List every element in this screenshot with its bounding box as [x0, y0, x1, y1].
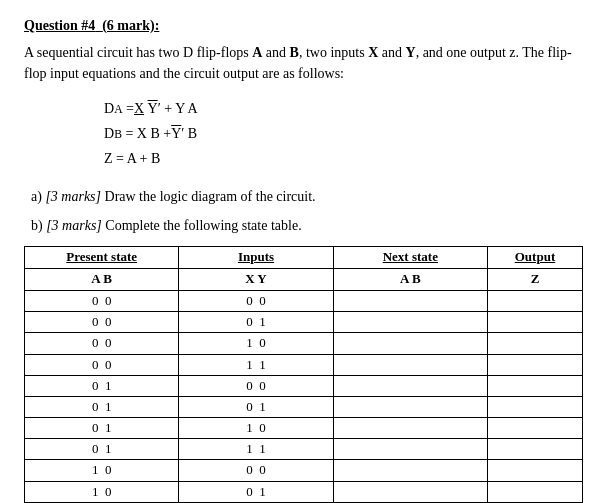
- cell-next-state: [333, 290, 487, 311]
- cell-next-state: [333, 460, 487, 481]
- table-row: 0 0 0 0: [25, 290, 583, 311]
- part-a-marks: [3 marks]: [45, 189, 101, 204]
- cell-next-state: [333, 375, 487, 396]
- part-b: b) [3 marks] Complete the following stat…: [24, 215, 583, 236]
- equation-db: DB = X B + Y′ B: [104, 121, 583, 146]
- col-subheader-ab-next: A B: [333, 268, 487, 290]
- cell-present-state: 0 0: [25, 354, 179, 375]
- cell-next-state: [333, 312, 487, 333]
- col-header-output: Output: [487, 246, 582, 268]
- state-table-wrapper: Present state Inputs Next state Output A…: [24, 246, 583, 503]
- table-row: 0 1 1 1: [25, 439, 583, 460]
- equations-block: DA = X Y′ + Y A DB = X B + Y′ B Z = A + …: [104, 96, 583, 172]
- cell-next-state: [333, 481, 487, 502]
- table-row: 0 0 1 0: [25, 333, 583, 354]
- table-row: 1 0 0 0: [25, 460, 583, 481]
- cell-output: [487, 312, 582, 333]
- cell-inputs: 0 0: [179, 375, 333, 396]
- col-header-present: Present state: [25, 246, 179, 268]
- cell-inputs: 0 1: [179, 312, 333, 333]
- cell-present-state: 0 1: [25, 418, 179, 439]
- cell-next-state: [333, 418, 487, 439]
- cell-inputs: 1 1: [179, 354, 333, 375]
- cell-output: [487, 354, 582, 375]
- description: A sequential circuit has two D flip-flop…: [24, 42, 583, 84]
- col-header-next: Next state: [333, 246, 487, 268]
- equation-z: Z = A + B: [104, 146, 583, 171]
- cell-inputs: 1 0: [179, 418, 333, 439]
- cell-present-state: 0 1: [25, 396, 179, 417]
- cell-inputs: 0 1: [179, 396, 333, 417]
- cell-present-state: 1 0: [25, 460, 179, 481]
- cell-inputs: 0 1: [179, 481, 333, 502]
- question-header: Question #4 (6 mark):: [24, 18, 583, 34]
- cell-output: [487, 333, 582, 354]
- mark-info: (6 mark):: [102, 18, 159, 33]
- col-subheader-xy: X Y: [179, 268, 333, 290]
- cell-output: [487, 418, 582, 439]
- cell-output: [487, 375, 582, 396]
- cell-present-state: 0 0: [25, 312, 179, 333]
- cell-inputs: 1 0: [179, 333, 333, 354]
- cell-present-state: 0 1: [25, 439, 179, 460]
- cell-output: [487, 439, 582, 460]
- table-row: 0 0 1 1: [25, 354, 583, 375]
- table-row: 0 1 1 0: [25, 418, 583, 439]
- cell-output: [487, 290, 582, 311]
- cell-inputs: 1 1: [179, 439, 333, 460]
- state-table: Present state Inputs Next state Output A…: [24, 246, 583, 503]
- cell-next-state: [333, 333, 487, 354]
- table-row: 0 1 0 1: [25, 396, 583, 417]
- cell-output: [487, 481, 582, 502]
- col-subheader-z: Z: [487, 268, 582, 290]
- part-a: a) [3 marks] Draw the logic diagram of t…: [24, 186, 583, 207]
- col-header-inputs: Inputs: [179, 246, 333, 268]
- cell-next-state: [333, 439, 487, 460]
- cell-next-state: [333, 354, 487, 375]
- cell-next-state: [333, 396, 487, 417]
- table-row: 1 0 0 1: [25, 481, 583, 502]
- cell-present-state: 0 1: [25, 375, 179, 396]
- question-title: Question #4: [24, 18, 95, 33]
- table-row: 0 1 0 0: [25, 375, 583, 396]
- cell-inputs: 0 0: [179, 460, 333, 481]
- cell-present-state: 0 0: [25, 333, 179, 354]
- cell-output: [487, 396, 582, 417]
- table-row: 0 0 0 1: [25, 312, 583, 333]
- cell-present-state: 0 0: [25, 290, 179, 311]
- equation-da: DA = X Y′ + Y A: [104, 96, 583, 121]
- part-b-marks: [3 marks]: [46, 218, 102, 233]
- cell-inputs: 0 0: [179, 290, 333, 311]
- table-body: 0 0 0 0 0 0 0 1 0 0 1 0 0 0 1 1 0 1 0 0: [25, 290, 583, 503]
- col-subheader-ab-present: A B: [25, 268, 179, 290]
- cell-output: [487, 460, 582, 481]
- cell-present-state: 1 0: [25, 481, 179, 502]
